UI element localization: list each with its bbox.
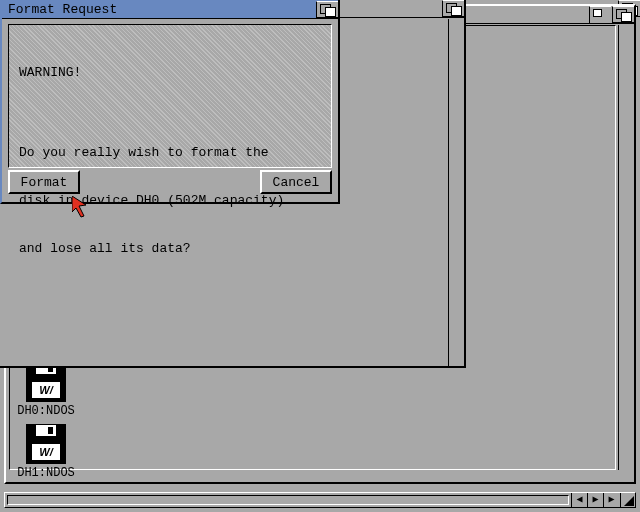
format-request-dialog: Format Request WARNING! Do you really wi… [0, 0, 340, 204]
scroll-right2-arrow-icon[interactable]: ▶ [603, 493, 619, 507]
warning-heading: WARNING! [19, 65, 321, 81]
floppy-icon [26, 362, 66, 402]
depth-gadget-icon[interactable] [442, 0, 464, 17]
dialog-body: WARNING! Do you really wish to format th… [8, 24, 332, 168]
dialog-message-line: and lose all its data? [19, 241, 321, 257]
drawer-vertical-scrollbar[interactable] [448, 19, 464, 366]
dialog-button-row: Format Cancel [8, 170, 332, 196]
workbench-horizontal-scrollbar[interactable]: ◀ ▶ ▶ [4, 492, 636, 508]
dialog-title: Format Request [2, 2, 117, 17]
cancel-button[interactable]: Cancel [260, 170, 332, 194]
zoom-gadget-icon[interactable] [589, 6, 611, 23]
dialog-message-line: Do you really wish to format the [19, 145, 321, 161]
scrollbar-track[interactable] [7, 495, 569, 505]
workbench-vertical-scrollbar[interactable] [618, 25, 634, 470]
floppy-icon [26, 424, 66, 464]
size-gadget-icon[interactable] [620, 493, 635, 507]
disk-icon-dh1[interactable]: DH1:NDOS [16, 424, 76, 480]
depth-gadget-icon[interactable] [316, 1, 338, 18]
disk-label: DH1:NDOS [16, 466, 76, 480]
disk-label: DH0:NDOS [16, 404, 76, 418]
format-button[interactable]: Format [8, 170, 80, 194]
scroll-left-arrow-icon[interactable]: ◀ [571, 493, 587, 507]
disk-icon-dh0[interactable]: DH0:NDOS [16, 362, 76, 418]
dialog-titlebar[interactable]: Format Request [2, 0, 338, 19]
scroll-right-arrow-icon[interactable]: ▶ [587, 493, 603, 507]
depth-gadget-icon[interactable] [612, 6, 634, 23]
screen: DH0:NDOS DH1:NDOS Format Request WARNING… [0, 0, 640, 512]
